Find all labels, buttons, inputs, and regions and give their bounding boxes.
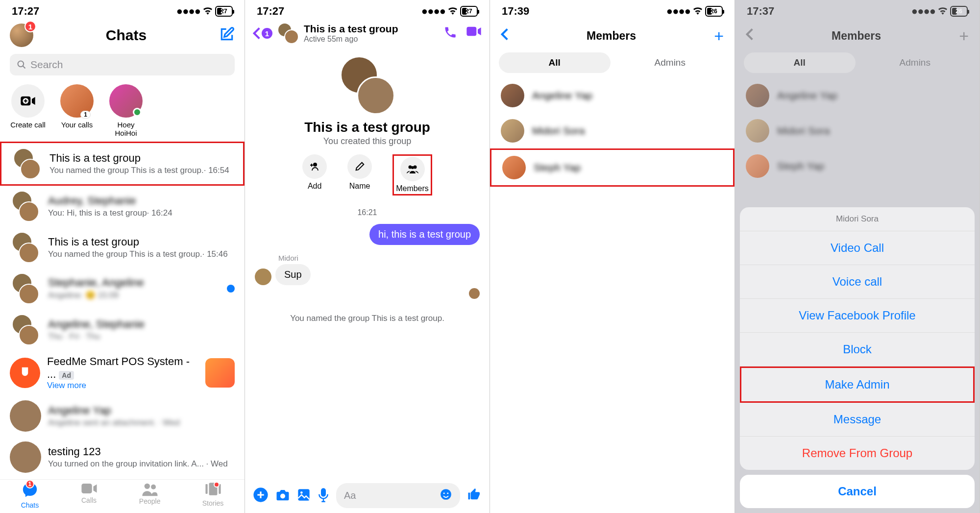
your-calls-button[interactable]: 1 Your calls [59, 84, 95, 138]
call-icon[interactable] [443, 25, 457, 41]
svg-rect-16 [298, 489, 309, 500]
tab-bar: 1 Chats Calls People Stories [0, 479, 245, 513]
search-placeholder: Search [30, 59, 63, 71]
back-button[interactable] [501, 27, 509, 45]
tab-admins: Admins [859, 52, 971, 73]
ad-logo-icon [10, 358, 40, 388]
tab-stories[interactable]: Stories [202, 482, 224, 509]
timestamp: 16:21 [255, 208, 480, 217]
conversation-header: 1 This is a test group Active 55m ago [245, 20, 490, 47]
menu-plus-icon[interactable] [253, 487, 269, 505]
chat-row[interactable]: testing 123 You turned on the group invi… [0, 437, 245, 478]
tab-admins[interactable]: Admins [614, 52, 726, 73]
video-icon[interactable] [466, 25, 482, 41]
member-row[interactable]: Midori Sora [490, 113, 735, 148]
tab-chats[interactable]: 1 Chats [21, 482, 39, 509]
unread-dot-icon [227, 285, 235, 293]
view-more-link[interactable]: View more [47, 381, 198, 391]
tab-all: All [744, 52, 856, 73]
notification-badge: 1 [24, 21, 36, 32]
page-title: Members [587, 29, 636, 43]
sheet-make-admin[interactable]: Make Admin [740, 366, 975, 403]
sheet-block[interactable]: Block [740, 333, 975, 366]
status-bar: 17:27 ●●●● 27 [0, 0, 245, 20]
messages-area[interactable]: 16:21 hi, this is a test group Midori Su… [245, 198, 490, 478]
signal-icon: ●●●● [421, 5, 445, 18]
sheet-cancel[interactable]: Cancel [740, 475, 975, 508]
svg-rect-9 [466, 27, 476, 36]
svg-point-21 [447, 492, 448, 494]
create-call-button[interactable]: Create call [10, 84, 46, 138]
sheet-view-profile[interactable]: View Facebook Profile [740, 299, 975, 333]
svg-point-5 [151, 485, 156, 489]
add-member-button[interactable]: + [714, 26, 724, 46]
member-row: Angeline Yap [735, 78, 980, 113]
member-row[interactable]: Angeline Yap [490, 78, 735, 113]
avatar [501, 119, 524, 143]
sheet-voice-call[interactable]: Voice call [740, 265, 975, 299]
avatar [10, 441, 41, 473]
svg-rect-18 [321, 488, 326, 497]
chat-row[interactable]: Stephanie, Angeline Angeline: 😊 15:09 [0, 268, 245, 309]
page-title: Chats [106, 27, 147, 44]
system-message: You named the group This is a test group… [255, 314, 480, 323]
chat-row[interactable]: Audrey, Stephanie You: Hi, this is a tes… [0, 186, 245, 227]
profile-avatar[interactable]: 1 [10, 24, 33, 47]
stories-row: Create call 1 Your calls Hoey HoiHoi [0, 78, 245, 142]
chat-row-ad[interactable]: FeedMe Smart POS System - ...Ad View mor… [0, 350, 245, 395]
segmented-control: All Admins [735, 52, 980, 73]
message-input[interactable]: Aa [336, 483, 460, 508]
avatar [746, 119, 769, 143]
wifi-icon [202, 5, 213, 18]
group-avatar-icon [10, 273, 41, 304]
dot-badge-icon [214, 482, 220, 488]
battery-icon: 26 [950, 6, 968, 17]
tab-calls[interactable]: Calls [81, 482, 98, 509]
sheet-video-call[interactable]: Video Call [740, 231, 975, 265]
message-outgoing[interactable]: hi, this is a test group [369, 224, 480, 245]
gallery-icon[interactable] [297, 488, 311, 504]
panel-members: 17:39 ●●●● 26 Members + All Admins Angel… [490, 0, 735, 513]
sheet-remove[interactable]: Remove From Group [740, 437, 975, 470]
status-bar: 17:37 ●●●● 26 [735, 0, 980, 20]
emoji-icon[interactable] [440, 488, 452, 503]
compose-icon[interactable] [219, 26, 235, 44]
thumbs-up-icon[interactable] [467, 487, 482, 505]
back-button[interactable]: 1 [253, 26, 272, 40]
avatar [501, 84, 524, 107]
tab-people[interactable]: People [139, 482, 161, 509]
group-avatar-icon [10, 191, 41, 222]
wifi-icon [447, 5, 458, 18]
members-header: Members + [490, 20, 735, 52]
status-time: 17:27 [257, 5, 284, 18]
tab-all[interactable]: All [499, 52, 611, 73]
wifi-icon [937, 5, 948, 18]
chat-list[interactable]: This is a test group You named the group… [0, 142, 245, 480]
avatar [746, 84, 769, 107]
group-avatar-icon[interactable] [277, 23, 299, 44]
conversation-title-area[interactable]: This is a test group Active 55m ago [304, 23, 439, 44]
member-row: Steph Yap [735, 148, 980, 184]
name-button[interactable]: Name [347, 154, 372, 195]
camera-icon[interactable] [275, 488, 290, 504]
chat-row[interactable]: This is a test group You named the group… [0, 227, 245, 268]
chat-row[interactable]: Angeline Yap Angeline sent an attachment… [0, 395, 245, 437]
add-button[interactable]: Add [302, 154, 327, 195]
sheet-message[interactable]: Message [740, 403, 975, 437]
message-incoming[interactable]: Sup [275, 264, 311, 285]
member-list: Angeline Yap Midori Sora Steph Yap [735, 73, 980, 189]
search-input[interactable]: Search [10, 54, 235, 75]
add-member-button: + [959, 26, 969, 46]
composer: Aa [245, 478, 490, 513]
battery-icon: 27 [215, 6, 233, 17]
chat-row[interactable]: This is a test group You named the group… [0, 142, 245, 186]
mic-icon[interactable] [318, 488, 329, 504]
contact-story[interactable]: Hoey HoiHoi [108, 84, 144, 138]
status-time: 17:37 [747, 5, 774, 18]
member-row[interactable]: Steph Yap [490, 148, 735, 187]
back-button [746, 27, 754, 45]
sender-label: Midori [278, 254, 480, 262]
members-button[interactable]: Members [392, 154, 432, 195]
chat-row[interactable]: Angeline, Stephanie Thu · Fri · Thu [0, 309, 245, 350]
svg-point-4 [144, 484, 149, 489]
